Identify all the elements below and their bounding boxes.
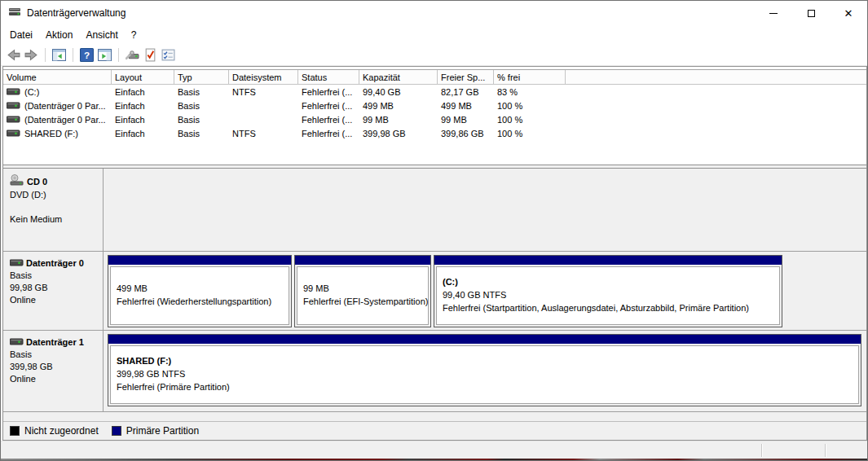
freier-speicher-cell: 499 MB xyxy=(438,99,494,112)
partition-c[interactable]: (C:)99,40 GB NTFSFehlerfrei (Startpartit… xyxy=(434,255,782,327)
partition-recovery[interactable]: 499 MBFehlerfrei (Wiederherstellungspart… xyxy=(108,255,292,327)
cd-name: CD 0 xyxy=(27,176,47,188)
status-cell: Fehlerfrei (... xyxy=(298,126,359,140)
freier-speicher-cell: 399,86 GB xyxy=(438,126,494,140)
layout-cell: Einfach xyxy=(112,112,174,126)
dateisystem-cell: NTFS xyxy=(229,126,298,140)
status-cell: Fehlerfrei (... xyxy=(298,85,359,99)
menu-aktion[interactable]: Aktion xyxy=(39,27,79,43)
table-row[interactable]: (Datenträger 0 Par... Einfach Basis Fehl… xyxy=(3,112,866,126)
partition-info: 499 MBFehlerfrei (Wiederherstellungspart… xyxy=(110,266,289,325)
disk-management-window: Datenträgerverwaltung ✕ Datei Aktion Ans… xyxy=(0,0,868,461)
cd-drive-label[interactable]: CD 0 DVD (D:) Kein Medium xyxy=(3,169,104,251)
disk0-type: Basis xyxy=(10,270,99,282)
layout-cell: Einfach xyxy=(112,85,174,99)
cd-band-empty xyxy=(104,169,866,251)
dateisystem-cell xyxy=(229,112,298,126)
unallocated-swatch xyxy=(10,426,20,436)
disk0-status: Online xyxy=(10,294,99,306)
partition-shared-f[interactable]: SHARED (F:)399,98 GB NTFSFehlerfrei (Pri… xyxy=(108,334,861,406)
partition-status: Fehlerfrei (Startpartition, Auslagerungs… xyxy=(443,301,773,314)
prozent-frei-cell: 100 % xyxy=(494,99,566,112)
show-action-pane-icon[interactable] xyxy=(98,48,112,62)
column-header-dateisystem[interactable]: Dateisystem xyxy=(229,70,298,84)
column-header-typ[interactable]: Typ xyxy=(174,70,229,84)
maximize-icon xyxy=(808,10,815,17)
drive-icon xyxy=(7,129,20,138)
disk1-status: Online xyxy=(10,373,99,385)
legend-item-unallocated: Nicht zugeordnet xyxy=(10,425,99,437)
check-page-icon[interactable] xyxy=(143,48,157,62)
prozent-frei-cell: 83 % xyxy=(494,85,566,99)
legend-item-primary-partition: Primäre Partition xyxy=(112,425,199,437)
console-client-area: Volume Layout Typ Dateisystem Status Kap… xyxy=(2,66,867,441)
partition-status: Fehlerfrei (Wiederherstellungspartition) xyxy=(117,295,283,308)
menu-hilfe[interactable]: ? xyxy=(125,27,143,43)
disk1-band: SHARED (F:)399,98 GB NTFSFehlerfrei (Pri… xyxy=(104,331,866,411)
partition-size: 399,98 GB NTFS xyxy=(117,367,853,380)
partition-size: 99,40 GB NTFS xyxy=(443,288,773,301)
cd-drive-icon xyxy=(10,174,24,189)
partition-color-bar xyxy=(434,256,782,265)
titlebar[interactable]: Datenträgerverwaltung ✕ xyxy=(1,1,867,25)
partition-info: (C:)99,40 GB NTFSFehlerfrei (Startpartit… xyxy=(436,266,780,325)
disk0-row: Datenträger 0 Basis 99,98 GB Online 499 … xyxy=(3,252,866,331)
table-row[interactable]: (C:) Einfach Basis NTFS Fehlerfrei (... … xyxy=(3,85,866,99)
column-header-freier-speicher[interactable]: Freier Sp... xyxy=(438,70,494,84)
volume-cell: (Datenträger 0 Par... xyxy=(3,112,112,126)
typ-cell: Basis xyxy=(174,112,229,126)
show-console-tree-icon[interactable] xyxy=(52,48,66,62)
close-button[interactable]: ✕ xyxy=(830,1,867,25)
toolbar: ? xyxy=(1,44,867,66)
toolbar-separator xyxy=(45,48,46,62)
partition-info: 99 MBFehlerfrei (EFI-Systempartition) xyxy=(297,266,429,325)
table-row[interactable]: (Datenträger 0 Par... Einfach Basis Fehl… xyxy=(3,99,866,112)
prozent-frei-cell: 100 % xyxy=(494,126,566,140)
cd-media-status: Kein Medium xyxy=(10,213,99,226)
forward-icon[interactable] xyxy=(24,48,38,62)
disk0-label[interactable]: Datenträger 0 Basis 99,98 GB Online xyxy=(3,252,104,330)
prozent-frei-cell: 100 % xyxy=(494,112,566,126)
volume-cell: SHARED (F:) xyxy=(3,126,112,140)
back-icon[interactable] xyxy=(7,48,20,62)
partition-color-bar xyxy=(108,335,861,344)
disk0-name: Datenträger 0 xyxy=(26,257,84,270)
drive-icon xyxy=(7,101,20,111)
partition-efi[interactable]: 99 MBFehlerfrei (EFI-Systempartition) xyxy=(294,255,431,327)
table-row[interactable]: SHARED (F:) Einfach Basis NTFS Fehlerfre… xyxy=(3,126,866,140)
menu-ansicht[interactable]: Ansicht xyxy=(79,27,124,43)
column-header-prozent-frei[interactable]: % frei xyxy=(494,70,566,84)
maximize-button[interactable] xyxy=(792,1,830,25)
freier-speicher-cell: 99 MB xyxy=(438,112,494,126)
partition-title: SHARED (F:) xyxy=(117,354,853,367)
disk0-band: 499 MBFehlerfrei (Wiederherstellungspart… xyxy=(104,252,866,330)
kapazitaet-cell: 499 MB xyxy=(359,99,438,112)
minimize-button[interactable] xyxy=(755,1,792,25)
column-header-volume[interactable]: Volume xyxy=(3,70,112,84)
checklist-icon[interactable] xyxy=(161,48,175,62)
freier-speicher-cell: 82,17 GB xyxy=(438,85,494,99)
menubar: Datei Aktion Ansicht ? xyxy=(1,25,867,44)
column-header-status[interactable]: Status xyxy=(298,70,359,84)
graphical-view: CD 0 DVD (D:) Kein Medium Datenträger 0 … xyxy=(3,169,866,421)
partition-size: 499 MB xyxy=(117,282,283,295)
disk1-row: Datenträger 1 Basis 399,98 GB Online SHA… xyxy=(3,331,866,412)
kapazitaet-cell: 399,98 GB xyxy=(359,126,438,140)
column-header-kapazitaet[interactable]: Kapazität xyxy=(359,70,438,84)
cd-drive-letter: DVD (D:) xyxy=(10,189,99,201)
device-properties-icon[interactable] xyxy=(126,48,139,62)
status-cell: Fehlerfrei (... xyxy=(298,99,359,112)
column-header-layout[interactable]: Layout xyxy=(112,70,174,84)
menu-datei[interactable]: Datei xyxy=(3,27,39,43)
window-title: Datenträgerverwaltung xyxy=(27,7,126,19)
volume-list: Volume Layout Typ Dateisystem Status Kap… xyxy=(3,67,866,165)
help-icon[interactable]: ? xyxy=(80,48,94,62)
disk-icon xyxy=(10,336,24,349)
toolbar-separator xyxy=(118,48,119,62)
drive-icon xyxy=(7,115,20,125)
disk1-label[interactable]: Datenträger 1 Basis 399,98 GB Online xyxy=(3,331,104,411)
cd-drive-row: CD 0 DVD (D:) Kein Medium xyxy=(3,169,866,252)
svg-text:?: ? xyxy=(84,49,90,59)
kapazitaet-cell: 99 MB xyxy=(359,112,438,126)
close-icon: ✕ xyxy=(844,8,853,19)
